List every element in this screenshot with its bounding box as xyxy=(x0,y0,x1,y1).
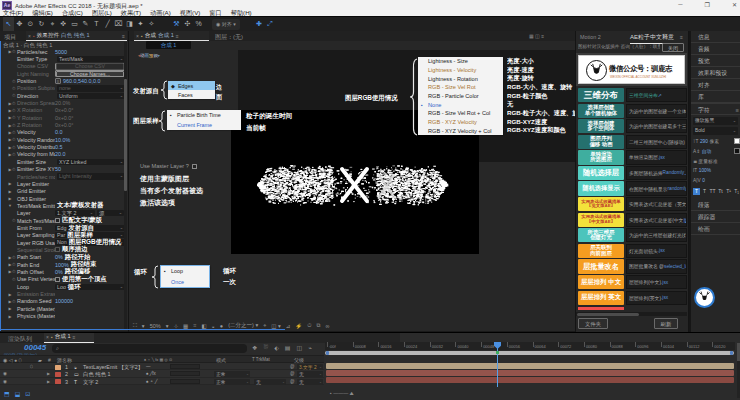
nav-start-handle[interactable] xyxy=(326,351,329,355)
property-value-cell[interactable]: 0x+0.0° xyxy=(55,107,124,114)
property-checkbox[interactable] xyxy=(55,247,60,252)
effect-property-row[interactable]: ▶ ⏱ Random Seed 100000 xyxy=(0,298,123,305)
eye-icon[interactable]: ◉ xyxy=(3,379,7,384)
property-value-cell[interactable]: Loo循环⌄ xyxy=(55,283,125,290)
property-value-cell[interactable]: 20.0% xyxy=(55,99,124,106)
timeline-toggle-icon[interactable]: ⬒ xyxy=(4,390,10,397)
puppet-pin-tool[interactable]: ✧ xyxy=(146,17,157,31)
script-button[interactable]: 随机选择层 xyxy=(578,166,624,180)
layer-duration-bar[interactable] xyxy=(326,377,734,383)
layer-twirl-icon[interactable]: ▶ xyxy=(47,379,50,384)
switch-boxes[interactable] xyxy=(170,379,200,384)
property-select[interactable]: none⌄ xyxy=(57,85,125,91)
dock-panel-tab[interactable]: 段落 xyxy=(691,199,740,211)
property-value[interactable]: 10.0% xyxy=(55,137,70,143)
property-value[interactable]: 960.0,540.0,0.0 xyxy=(63,78,100,84)
property-value[interactable]: 0x+0.0° xyxy=(55,107,74,113)
property-value-cell[interactable]: 50 xyxy=(55,166,124,173)
hand-tool[interactable]: ✥ xyxy=(14,17,25,31)
popup-option[interactable]: Current Frame xyxy=(167,120,241,130)
property-value-cell[interactable] xyxy=(55,188,124,195)
script-button[interactable]: 选择层创建 多个空间体 xyxy=(578,119,624,133)
effect-property-row[interactable]: Particles/sec modifier Light Intensity⌄ xyxy=(0,173,123,180)
effect-property-row[interactable]: Emitter Size XYZ Linked⌄ xyxy=(0,158,123,165)
timeline-toggle-icon[interactable]: ⬓ xyxy=(15,390,21,397)
effect-property-row[interactable]: ▶ ⏱ Particles/sec 5000 xyxy=(0,48,123,55)
property-value-cell[interactable]: Light Intensity⌄ xyxy=(55,173,125,180)
tab-comp-timeline[interactable]: × ▪ 合成 1 ≡ xyxy=(44,333,94,343)
script-button[interactable]: 图层序列 偏移 动画 xyxy=(578,135,624,149)
dimension-link-icon[interactable]: ≡ xyxy=(55,78,61,84)
pixel-aspect-icon[interactable]: ⊿ xyxy=(286,323,291,329)
effect-property-row[interactable]: ▶ ⏱ Velocity from Motion 20.0 xyxy=(0,151,123,158)
restore-button[interactable]: ❐ xyxy=(705,1,710,8)
layer-twirl-icon[interactable]: ▶ xyxy=(47,371,50,376)
clone-stamp-tool[interactable]: ⌧ xyxy=(113,17,124,31)
dock-panel-tab[interactable]: 音频 xyxy=(691,43,740,55)
property-value-cell[interactable]: 0x+0.0° xyxy=(55,121,124,128)
property-value-cell[interactable]: 使用第一个顶点 xyxy=(55,276,124,283)
property-value-cell[interactable]: 5000 xyxy=(55,48,124,55)
layer-switches[interactable]: — xyxy=(146,364,151,369)
use-master-layer-checkbox[interactable] xyxy=(192,164,197,169)
panel-menu-icon[interactable]: ≡ xyxy=(680,34,683,40)
effect-property-row[interactable]: ▼ Text/Mask Emitter 文本/蒙板发射器 xyxy=(0,202,123,209)
layer-duration-bar[interactable] xyxy=(326,363,734,369)
type-style-button[interactable]: TT xyxy=(709,188,716,195)
dock-panel-tab[interactable]: 库 xyxy=(691,91,740,103)
dock-panel-tab[interactable]: 效果和预设 xyxy=(691,67,740,79)
script-button[interactable]: 三维分布 xyxy=(578,88,624,102)
popup-option[interactable]: ▪Particle Birth Time xyxy=(167,110,241,120)
property-value-cell[interactable]: Text/Mask⌄ xyxy=(55,55,125,62)
popup-option[interactable]: ▪Loop xyxy=(161,266,209,277)
property-value-cell[interactable] xyxy=(55,180,124,187)
dock-panel-tab[interactable]: 绘画 xyxy=(691,223,740,235)
property-value[interactable]: 0x+0.0° xyxy=(55,115,74,121)
selection-tool[interactable]: ↖ xyxy=(3,17,14,31)
popup-option[interactable]: RGB - Size Vel Rot + Col xyxy=(418,109,503,118)
layer-switches[interactable]: ♠ ╱fx xyxy=(146,371,156,376)
effect-property-row[interactable]: ⏱ Use First Vertex 使用第一个顶点 xyxy=(0,276,123,283)
panel-menu-icon[interactable]: ≡ xyxy=(122,33,125,39)
viewer-corner-icons[interactable]: ▦ ◫ ≡ xyxy=(529,33,544,39)
timeline-vscrollbar[interactable] xyxy=(737,343,740,398)
effect-property-row[interactable]: ▶ Emission Extras xyxy=(0,290,123,297)
popup-option[interactable]: RGB - XYZ Velocity xyxy=(418,118,503,127)
zoom-tool[interactable]: ⊙ xyxy=(25,17,36,31)
effect-property-row[interactable]: ▶ Grid Emitter xyxy=(0,188,123,195)
property-value-cell[interactable]: Uniform⌄ xyxy=(55,92,125,99)
property-checkbox[interactable] xyxy=(55,218,60,223)
workspace-pill[interactable]: ◉ 对齐 ▾ xyxy=(212,19,240,30)
dock-panel-tab[interactable]: 对齐 xyxy=(691,79,740,91)
script-button[interactable]: 实用表达式收藏清单 【中文版AE】 xyxy=(578,213,624,227)
popup-option[interactable]: Lightness - Velocity xyxy=(418,66,503,75)
effect-property-row[interactable]: Choose CSV Choose CSV xyxy=(0,63,123,70)
type-tool[interactable]: T xyxy=(91,17,102,31)
close-info-button[interactable]: 关闭 xyxy=(662,43,684,52)
property-value[interactable]: 5000 xyxy=(55,49,67,55)
layer-row[interactable]: ◉ ▶ 2 ▭ 白色 纯色 1 ♠ ╱fx 正常⌄ @ 无⌄ xyxy=(0,370,324,377)
popup-option[interactable]: ◆Edges xyxy=(168,81,215,90)
time-navigator[interactable] xyxy=(325,351,734,356)
property-value-cell[interactable]: XYZ Linked⌄ xyxy=(55,158,125,165)
popup-option[interactable]: Faces xyxy=(168,90,215,99)
pan-behind-tool[interactable]: ✜ xyxy=(58,17,69,31)
property-value[interactable]: 0.5 xyxy=(55,144,63,150)
panel-menu-icon[interactable]: ≡ xyxy=(176,33,179,39)
timeline-toggle-icon[interactable]: ⊡ xyxy=(25,390,30,397)
panel-divider[interactable] xyxy=(575,31,576,332)
type-style-button[interactable]: Tt xyxy=(717,188,724,195)
effect-property-row[interactable]: ▶ ⏱ Path End 100%路径结束 xyxy=(0,261,123,268)
hide-shy-icon[interactable]: ⬖ xyxy=(274,344,279,351)
effect-property-row[interactable]: ⏱ Position Subpixel none⌄ xyxy=(0,85,123,92)
property-select[interactable]: Uniform⌄ xyxy=(57,93,125,99)
expand-icon[interactable]: ⤢ xyxy=(265,17,276,31)
trkmat-header[interactable]: T TrkMat xyxy=(252,357,270,362)
popup-option[interactable]: Lightness - Rotation xyxy=(418,74,503,83)
effect-property-row[interactable]: Loop Loo循环⌄ xyxy=(0,283,123,290)
property-value[interactable]: 100000 xyxy=(55,298,73,304)
graph-editor-icon[interactable]: ⌁ xyxy=(308,344,312,351)
shape-tool[interactable]: ▭ xyxy=(69,17,80,31)
panel-divider[interactable] xyxy=(128,31,129,332)
popup-option[interactable]: ▪None xyxy=(418,100,503,109)
